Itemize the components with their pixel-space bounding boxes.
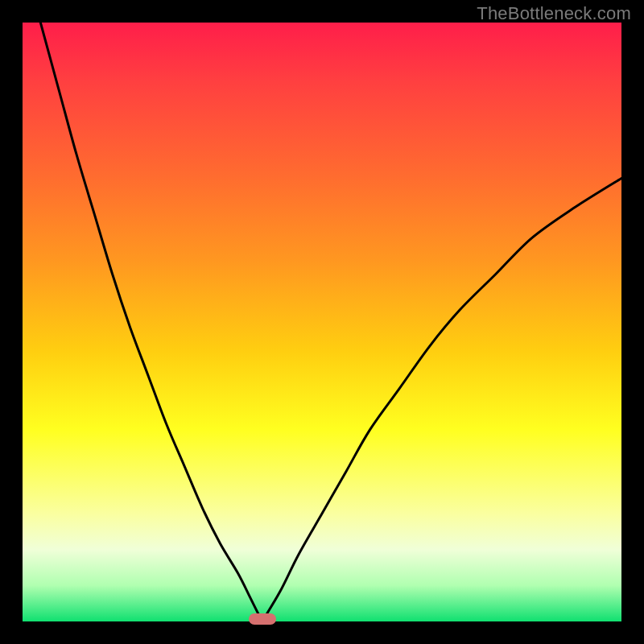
minimum-marker	[249, 613, 276, 625]
watermark-text: TheBottleneck.com	[477, 3, 631, 24]
bottleneck-curve	[23, 23, 621, 621]
curve-path	[40, 23, 621, 621]
chart-frame: TheBottleneck.com	[0, 0, 644, 644]
